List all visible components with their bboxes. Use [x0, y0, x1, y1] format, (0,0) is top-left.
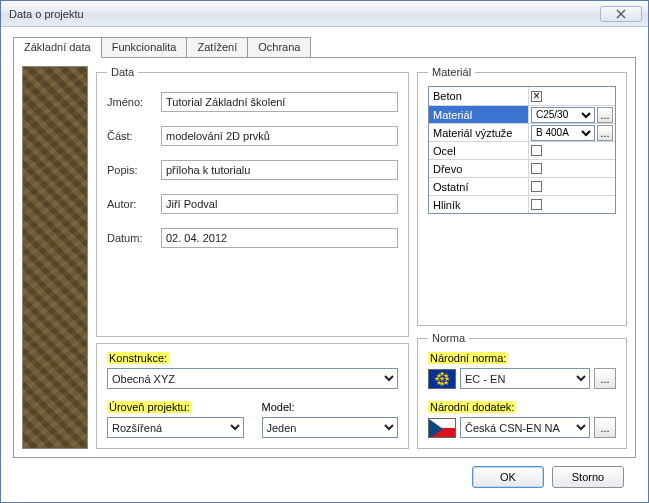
norm-group: Norma Národní norma: EC - EN ... Národní…: [417, 332, 627, 449]
dialog-footer: OK Storno: [13, 458, 636, 496]
data-legend: Data: [107, 66, 138, 78]
name-label: Jméno:: [107, 96, 161, 108]
level-select[interactable]: Rozšířená: [107, 417, 244, 438]
tab-functionality[interactable]: Funkcionalita: [101, 37, 188, 58]
material-value-select[interactable]: C25/30: [531, 107, 595, 123]
reinforcement-value-select[interactable]: B 400A: [531, 125, 595, 141]
checkbox-icon[interactable]: [531, 181, 542, 192]
desc-label: Popis:: [107, 164, 161, 176]
material-row-reinforcement[interactable]: Materiál výztuže B 400A ...: [429, 123, 615, 141]
model-label: Model:: [262, 401, 295, 413]
tab-panel: Data Jméno: Část: Popis: Autor:: [13, 57, 636, 458]
decorative-image-strip: [22, 66, 88, 449]
data-group: Data Jméno: Část: Popis: Autor:: [96, 66, 409, 337]
titlebar: Data o projektu: [1, 1, 648, 27]
window-title: Data o projektu: [9, 8, 600, 20]
checkbox-icon[interactable]: [531, 145, 542, 156]
level-label: Úroveň projektu:: [107, 401, 192, 413]
norm-legend: Norma: [428, 332, 469, 344]
national-annex-label: Národní dodatek:: [428, 401, 516, 413]
material-legend: Materiál: [428, 66, 475, 78]
middle-column: Data Jméno: Část: Popis: Autor:: [96, 66, 409, 449]
close-icon: [616, 9, 626, 19]
reinforcement-browse-button[interactable]: ...: [597, 125, 613, 141]
author-input[interactable]: [161, 194, 398, 214]
material-row-material[interactable]: Materiál C25/30 ...: [429, 105, 615, 123]
construction-label: Konstrukce:: [107, 352, 169, 364]
tab-protection[interactable]: Ochrana: [247, 37, 311, 58]
tab-load[interactable]: Zatížení: [186, 37, 248, 58]
national-norm-browse-button[interactable]: ...: [594, 368, 616, 389]
ok-button[interactable]: OK: [472, 466, 544, 488]
material-row-steel[interactable]: Ocel: [429, 141, 615, 159]
construction-select[interactable]: Obecná XYZ: [107, 368, 398, 389]
date-label: Datum:: [107, 232, 161, 244]
tab-basic-data[interactable]: Základní data: [13, 37, 102, 58]
checkbox-icon[interactable]: [531, 163, 542, 174]
national-norm-label: Národní norma:: [428, 352, 508, 364]
material-row-aluminium[interactable]: Hliník: [429, 195, 615, 213]
part-label: Část:: [107, 130, 161, 142]
construction-group: Konstrukce: Obecná XYZ Úroveň projektu: …: [96, 343, 409, 449]
date-input[interactable]: [161, 228, 398, 248]
model-select[interactable]: Jeden: [262, 417, 399, 438]
cz-flag-icon: [428, 418, 456, 438]
project-data-dialog: Data o projektu Základní data Funkcional…: [0, 0, 649, 503]
right-column: Materiál Beton Materiál C25/30 ...: [417, 66, 627, 449]
material-row-wood[interactable]: Dřevo: [429, 159, 615, 177]
content-area: Základní data Funkcionalita Zatížení Och…: [1, 27, 648, 502]
cancel-button[interactable]: Storno: [552, 466, 624, 488]
material-row-other[interactable]: Ostatní: [429, 177, 615, 195]
eu-flag-icon: [428, 369, 456, 389]
part-input[interactable]: [161, 126, 398, 146]
material-grid: Beton Materiál C25/30 ... Materiál výztu…: [428, 86, 616, 214]
author-label: Autor:: [107, 198, 161, 210]
national-annex-browse-button[interactable]: ...: [594, 417, 616, 438]
material-group: Materiál Beton Materiál C25/30 ...: [417, 66, 627, 326]
national-annex-select[interactable]: Česká CSN-EN NA: [460, 417, 590, 438]
material-browse-button[interactable]: ...: [597, 107, 613, 123]
material-row-beton[interactable]: Beton: [429, 87, 615, 105]
tab-bar: Základní data Funkcionalita Zatížení Och…: [13, 37, 636, 58]
name-input[interactable]: [161, 92, 398, 112]
close-button[interactable]: [600, 6, 642, 22]
checkbox-icon[interactable]: [531, 91, 542, 102]
desc-input[interactable]: [161, 160, 398, 180]
checkbox-icon[interactable]: [531, 199, 542, 210]
national-norm-select[interactable]: EC - EN: [460, 368, 590, 389]
